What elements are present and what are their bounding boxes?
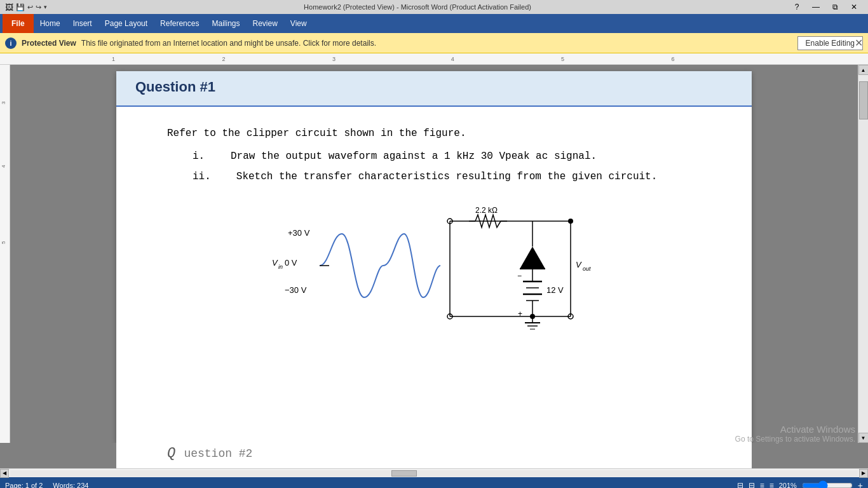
svg-text:3: 3 [1,101,6,104]
svg-rect-7 [0,65,10,443]
status-left: Page: 1 of 2 Words: 234 [5,482,88,489]
view-icon-read[interactable]: ≡ [760,481,764,489]
protected-view-message: This file originated from an Internet lo… [81,39,792,48]
menu-mailings[interactable]: Mailings [205,14,246,33]
titlebar-controls: ? — ⧉ ✕ [788,1,863,13]
vin-label: V [272,258,278,268]
ribbon: File Home Insert Page Layout References … [0,14,868,33]
svg-text:4: 4 [451,56,454,62]
ruler-svg: 1 2 3 4 5 6 [10,53,858,64]
word-icon: 🖼 [5,3,13,12]
zoom-in-button[interactable]: + [858,480,863,489]
svg-text:3: 3 [332,56,336,62]
scroll-track[interactable] [858,75,869,433]
svg-text:6: 6 [672,56,675,62]
vin-sublabel: in [278,264,283,270]
document-body: Refer to the clipper circuit shown in th… [116,107,752,364]
vout-sublabel: out [583,266,591,272]
menu-view[interactable]: View [284,14,313,33]
vin-zero-label: 0 V [285,258,297,268]
list-num-1: i. [193,147,205,166]
menu-references[interactable]: References [154,14,205,33]
titlebar-left: 🖼 💾 ↩ ↪ ▾ [5,3,47,12]
menu-insert[interactable]: Insert [67,14,98,33]
bottom-junction-dot [530,314,535,319]
info-icon: i [5,37,17,49]
document-list: i. Draw the output waveform against a 1 … [193,147,701,187]
scroll-left-button[interactable]: ◀ [0,469,9,478]
ruler-content: 1 2 3 4 5 6 [10,53,858,64]
vertical-ruler: 3 4 5 [0,65,10,443]
file-menu[interactable]: File [3,14,34,33]
redo-icon[interactable]: ↪ [36,3,41,11]
battery-plus: + [518,309,522,318]
circuit-svg: +30 V 0 V −30 V V in [266,199,602,345]
status-right: ⊟ ⊟ ≡ ≡ 201% + [737,480,863,489]
menu-review[interactable]: Review [246,14,283,33]
list-text-1: Draw the output waveform against a 1 kHz… [231,147,597,166]
window-title: Homework2 (Protected View) - Microsoft W… [47,3,788,11]
vin-minus-label: −30 V [285,285,307,295]
question-title: Question #1 [135,79,733,95]
save-icon[interactable]: 💾 [16,3,25,11]
h-scroll-thumb[interactable] [391,470,417,477]
word-count: Words: 234 [53,482,88,489]
svg-text:5: 5 [1,241,6,244]
help-button[interactable]: ? [788,1,806,13]
question-header: Question #1 [116,71,752,107]
vout-label: V [576,260,582,269]
menu-home[interactable]: Home [34,14,67,33]
enable-editing-button[interactable]: Enable Editing [797,36,863,50]
scroll-up-button[interactable]: ▲ [858,65,869,75]
horizontal-scrollbar[interactable]: ◀ ▶ [0,468,868,477]
protected-view-label: Protected View [22,39,76,48]
horizontal-ruler: 1 2 3 4 5 6 [0,53,868,65]
partial-text: uestion #2 [184,447,252,460]
h-scroll-track[interactable] [10,470,858,477]
close-button[interactable]: ✕ [845,1,863,13]
undo-icon[interactable]: ↩ [27,3,33,11]
bottom-partial-document: Q uestion #2 [0,443,868,468]
view-icon-print[interactable]: ⊟ [737,481,743,489]
vin-plus-label: +30 V [288,228,310,238]
document: Question #1 Refer to the clipper circuit… [116,71,752,443]
document-area: Question #1 Refer to the clipper circuit… [10,65,858,443]
view-icon-web[interactable]: ⊟ [749,481,755,489]
menu-bar: File Home Insert Page Layout References … [0,14,868,33]
list-num-2: ii. [193,168,211,186]
scroll-thumb[interactable] [859,81,868,119]
svg-text:2: 2 [222,56,226,62]
list-item-1: i. Draw the output waveform against a 1 … [193,147,701,166]
view-icon-outline[interactable]: ≡ [770,481,774,489]
svg-text:1: 1 [112,56,115,62]
circuit-diagram-area: +30 V 0 V −30 V V in [167,199,701,345]
minimize-button[interactable]: — [807,1,825,13]
page-indicator: Page: 1 of 2 [5,482,43,489]
list-text-2: Sketch the transfer characteristics resu… [236,168,658,186]
diode-triangle [520,247,545,269]
zoom-slider[interactable] [802,480,853,489]
resistor-label: 2.2 kΩ [475,206,498,215]
scroll-down-button[interactable]: ▼ [858,433,869,443]
svg-text:5: 5 [561,56,564,62]
menu-page-layout[interactable]: Page Layout [98,14,154,33]
battery-label: 12 V [546,285,564,295]
protected-view-bar: i Protected View This file originated fr… [0,33,868,53]
battery-minus: − [517,271,522,280]
zoom-level: 201% [779,482,797,489]
bottom-partial-content: Q uestion #2 [116,443,752,468]
input-waveform [320,234,440,297]
restore-button[interactable]: ⧉ [826,1,844,13]
partial-question-label: Q [167,445,175,461]
svg-rect-0 [10,53,858,64]
status-bar: Page: 1 of 2 Words: 234 ⊟ ⊟ ≡ ≡ 201% + [0,477,868,488]
title-bar: 🖼 💾 ↩ ↪ ▾ Homework2 (Protected View) - M… [0,0,868,14]
scroll-right-button[interactable]: ▶ [859,469,868,478]
vertical-ruler-svg: 3 4 5 [0,65,10,443]
protected-view-close[interactable]: ✕ [855,37,863,49]
body-paragraph: Refer to the clipper circuit shown in th… [167,126,701,142]
main-content-area: 3 4 5 Question #1 Refer to the clipper c… [0,65,868,443]
list-item-2: ii. Sketch the transfer characteristics … [193,168,701,186]
vertical-scrollbar[interactable]: ▲ ▼ [858,65,868,443]
svg-text:4: 4 [1,165,6,168]
